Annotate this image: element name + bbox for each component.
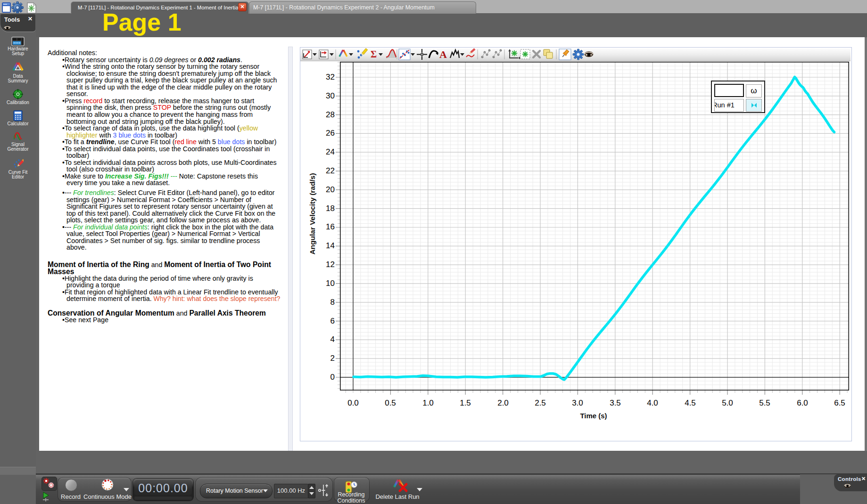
svg-text:Σ: Σ <box>371 49 377 59</box>
svg-text:A: A <box>439 49 447 60</box>
